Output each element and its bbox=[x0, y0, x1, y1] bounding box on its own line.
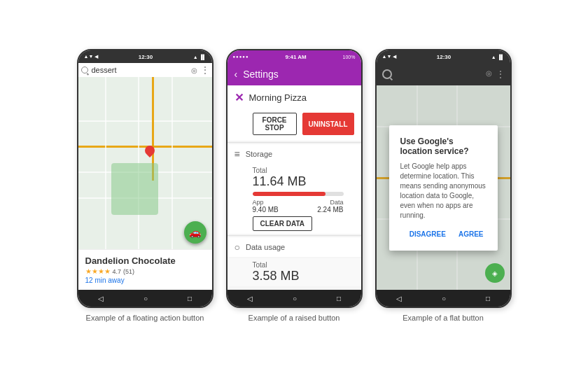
phone2-battery: 100% bbox=[343, 55, 356, 59]
divider2 bbox=[227, 235, 361, 236]
recents-nav-icon[interactable]: □ bbox=[188, 295, 192, 302]
phone3: ▲▼ ◀ 12:30 ▲ ▐▌ ◎ ⋮ bbox=[375, 49, 512, 308]
data-total-label: Total bbox=[253, 261, 354, 269]
app-row: ✕ Morning Pizza bbox=[227, 85, 361, 110]
phone1-time: 12:30 bbox=[139, 54, 153, 60]
stars-row: ★★★★ 4.7 (51) bbox=[85, 267, 205, 275]
back-nav-icon[interactable]: ◁ bbox=[98, 295, 104, 302]
data-label-text: Data bbox=[330, 199, 343, 206]
dialog-text: Let Google help apps determine location.… bbox=[400, 162, 486, 220]
more-icon[interactable]: ⋮ bbox=[201, 65, 209, 75]
phone3-time: 12:30 bbox=[437, 54, 451, 60]
navigation-icon: 🚗 bbox=[189, 227, 201, 238]
maps-toolbar: ◎ ⋮ bbox=[377, 63, 510, 85]
park-area bbox=[111, 163, 158, 215]
phone3-recents-nav[interactable]: □ bbox=[486, 295, 490, 302]
app-x-icon: ✕ bbox=[234, 91, 244, 104]
phone1-battery-icons: ▲ ▐▌ bbox=[193, 55, 206, 59]
storage-detail-row: App 9.40 MB Data 2.24 MB bbox=[253, 199, 344, 214]
storage-section-row: ≡ Storage bbox=[227, 144, 361, 164]
phone1: ▲▼ ◀ 12:30 ▲ ▐▌ dessert ◎ ⋮ bbox=[77, 49, 214, 308]
phone2-status-bar: ●●●●● 9:41 AM 100% bbox=[227, 50, 361, 63]
fab-button[interactable]: 🚗 bbox=[184, 221, 206, 244]
dialog-title: Use Google's location service? bbox=[400, 136, 486, 156]
location-dialog: Use Google's location service? Let Googl… bbox=[389, 125, 498, 251]
dialog-overlay: Use Google's location service? Let Googl… bbox=[377, 85, 510, 290]
phone2-caption: Example of a raised button bbox=[248, 314, 340, 322]
maps-search-icon bbox=[382, 69, 392, 79]
storage-section-label: Storage bbox=[246, 150, 273, 158]
uninstall-button[interactable]: UNINSTALL bbox=[302, 113, 354, 135]
phone2-home-nav[interactable]: ○ bbox=[293, 295, 297, 302]
phone3-caption: Example of a flat button bbox=[402, 314, 484, 322]
app-label-text: App bbox=[253, 199, 264, 206]
data-usage-icon: ○ bbox=[234, 241, 240, 253]
phone2-time: 9:41 AM bbox=[285, 54, 306, 60]
phone3-status-bar: ▲▼ ◀ 12:30 ▲ ▐▌ bbox=[377, 50, 510, 63]
dialog-buttons: DISAGREE AGREE bbox=[400, 229, 486, 239]
storage-icon: ≡ bbox=[234, 148, 240, 160]
phone1-status-bar: ▲▼ ◀ 12:30 ▲ ▐▌ bbox=[78, 50, 212, 63]
storage-progress-bar bbox=[253, 192, 344, 196]
data-size: 2.24 MB bbox=[317, 206, 343, 214]
phone3-signal: ▲▼ ◀ bbox=[382, 54, 397, 59]
phone2-nav-bar: ◁ ○ □ bbox=[227, 290, 361, 307]
phone3-nav-bar: ◁ ○ □ bbox=[377, 290, 510, 307]
maps-search-bar[interactable]: dessert ◎ ⋮ bbox=[78, 63, 212, 77]
maps-fab-button[interactable]: ◈ bbox=[485, 263, 505, 283]
reviews: (51) bbox=[123, 268, 134, 275]
app-label: App 9.40 MB bbox=[253, 199, 279, 214]
force-stop-button[interactable]: FORCE STOP bbox=[253, 113, 297, 135]
main-container: ▲▼ ◀ 12:30 ▲ ▐▌ dessert ◎ ⋮ bbox=[63, 35, 526, 336]
time-away: 12 min away bbox=[85, 276, 205, 284]
data-total-size: 3.58 MB bbox=[253, 269, 354, 284]
data-usage-section-row: ○ Data usage bbox=[227, 237, 361, 257]
phone2-dots: ●●●●● bbox=[233, 55, 249, 59]
storage-total-label: Total bbox=[253, 167, 354, 174]
disagree-button[interactable]: DISAGREE bbox=[407, 229, 449, 239]
maps-content: Use Google's location service? Let Googl… bbox=[377, 85, 510, 290]
phone3-home-nav[interactable]: ○ bbox=[442, 295, 446, 302]
settings-title: Settings bbox=[243, 69, 279, 80]
map-area: 🚗 bbox=[78, 77, 212, 249]
storage-info: Total 11.64 MB App 9.40 MB Data 2.24 MB … bbox=[227, 164, 361, 234]
phone3-wrapper: ▲▼ ◀ 12:30 ▲ ▐▌ ◎ ⋮ bbox=[375, 49, 512, 322]
search-icon bbox=[81, 66, 88, 74]
app-name: Morning Pizza bbox=[249, 92, 307, 103]
phone1-signal-icons: ▲▼ ◀ bbox=[84, 54, 99, 59]
back-arrow-icon[interactable]: ‹ bbox=[234, 69, 238, 80]
stars: ★★★★ bbox=[85, 267, 111, 275]
maps-target-icon[interactable]: ◎ bbox=[486, 69, 492, 79]
home-nav-icon[interactable]: ○ bbox=[144, 295, 148, 302]
maps-toolbar-icons: ◎ ⋮ bbox=[486, 69, 505, 79]
phone2-recents-nav[interactable]: □ bbox=[337, 295, 341, 302]
phone1-wrapper: ▲▼ ◀ 12:30 ▲ ▐▌ dessert ◎ ⋮ bbox=[77, 49, 214, 322]
phone3-back-nav[interactable]: ◁ bbox=[396, 295, 402, 302]
restaurant-card: Dandelion Chocolate ★★★★ 4.7 (51) 12 min… bbox=[78, 249, 212, 290]
maps-fab-icon: ◈ bbox=[492, 270, 498, 277]
storage-total-size: 11.64 MB bbox=[253, 174, 354, 189]
app-buttons-row: FORCE STOP UNINSTALL bbox=[227, 110, 361, 141]
phone1-caption: Example of a floating action button bbox=[86, 314, 204, 322]
settings-header: ‹ Settings bbox=[227, 63, 361, 85]
data-usage-info: Total 3.58 MB bbox=[227, 258, 361, 286]
storage-progress-fill bbox=[253, 192, 326, 196]
phone1-nav-bar: ◁ ○ □ bbox=[78, 290, 212, 307]
data-label: Data 2.24 MB bbox=[317, 199, 343, 214]
agree-button[interactable]: AGREE bbox=[456, 229, 486, 239]
divider1 bbox=[227, 142, 361, 143]
clear-data-button[interactable]: CLEAR DATA bbox=[253, 216, 313, 231]
target-icon[interactable]: ◎ bbox=[191, 66, 197, 74]
data-usage-label: Data usage bbox=[246, 243, 285, 251]
phone2-wrapper: ●●●●● 9:41 AM 100% ‹ Settings ✕ Morning … bbox=[226, 49, 363, 322]
restaurant-name: Dandelion Chocolate bbox=[85, 255, 205, 266]
phone2: ●●●●● 9:41 AM 100% ‹ Settings ✕ Morning … bbox=[226, 49, 363, 308]
maps-more-icon[interactable]: ⋮ bbox=[496, 69, 505, 79]
phone2-back-nav[interactable]: ◁ bbox=[247, 295, 253, 302]
phone3-battery: ▲ ▐▌ bbox=[491, 55, 505, 59]
search-text: dessert bbox=[92, 66, 188, 74]
app-size: 9.40 MB bbox=[253, 206, 279, 214]
rating: 4.7 bbox=[113, 268, 122, 275]
